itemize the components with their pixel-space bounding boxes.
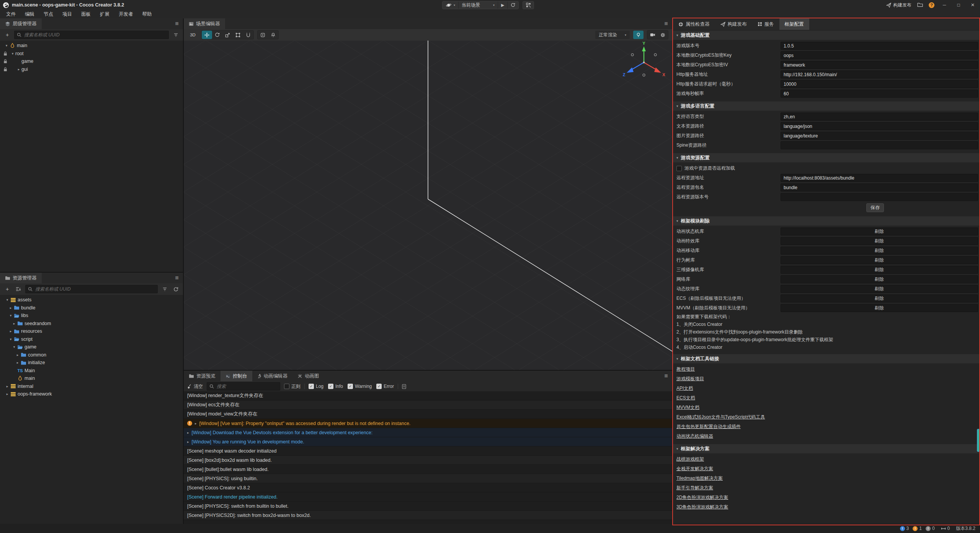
scene-camera-button[interactable]: [647, 31, 658, 39]
doc-link[interactable]: 原生包热更新配置自动生成插件: [676, 423, 741, 430]
assets-search-input[interactable]: [34, 286, 155, 292]
inspector-tab-2[interactable]: 构建发布: [715, 18, 752, 30]
hierarchy-node-row[interactable]: ▸gui: [0, 65, 183, 74]
hierarchy-node-row[interactable]: ▾root: [0, 50, 183, 58]
message-counter-2[interactable]: !1: [913, 526, 922, 531]
assets-filter-icon[interactable]: [160, 285, 169, 293]
field-input[interactable]: [781, 132, 978, 140]
move-tool-button[interactable]: [202, 31, 212, 39]
log-row[interactable]: [Scene] [bullet]:bullet wasm lib loaded.: [184, 465, 672, 474]
asset-node-row[interactable]: ▸internal: [0, 383, 183, 391]
expand-closed-icon[interactable]: ▸: [5, 392, 10, 396]
field-input[interactable]: [781, 70, 978, 78]
asset-node-row[interactable]: ▸common: [0, 351, 183, 359]
menu-item-7[interactable]: 开发者: [114, 10, 138, 18]
section-header[interactable]: ▾框架模块剔除: [673, 216, 980, 226]
log-row[interactable]: ▸[Window] Download the Vue Devtools exte…: [184, 428, 672, 437]
menu-item-5[interactable]: 面板: [77, 10, 95, 18]
filter-checkbox-log[interactable]: ✓Log: [309, 384, 323, 389]
expand-open-icon[interactable]: ▾: [5, 298, 10, 302]
asset-node-row[interactable]: ▾libs: [0, 312, 183, 320]
log-row[interactable]: [Window] ecs文件夹存在: [184, 401, 672, 410]
checkbox-checked-icon[interactable]: ✓: [376, 384, 382, 389]
doc-link[interactable]: 3D角色扮演游戏解决方案: [676, 504, 728, 510]
preview-device-button[interactable]: ▾: [443, 2, 459, 9]
pivot-toggle-button[interactable]: [258, 31, 268, 39]
doc-link[interactable]: API文档: [676, 385, 693, 392]
doc-link[interactable]: ECS文档: [676, 395, 695, 401]
filter-checkbox-warning[interactable]: ✓Warning: [348, 384, 372, 389]
save-button[interactable]: 保存: [866, 203, 884, 212]
scale-tool-button[interactable]: [222, 31, 233, 39]
field-input[interactable]: [781, 90, 978, 98]
console-menu-icon[interactable]: ≡: [660, 371, 672, 381]
field-input[interactable]: [781, 51, 978, 59]
maximize-button[interactable]: □: [954, 2, 963, 8]
doc-link[interactable]: Tiledmap地图解决方案: [676, 475, 723, 482]
field-input[interactable]: [781, 113, 978, 121]
section-header[interactable]: ▾游戏基础配置: [673, 31, 980, 40]
log-row[interactable]: [Scene] meshopt wasm decoder initialized: [184, 446, 672, 456]
hierarchy-search[interactable]: [14, 31, 169, 39]
inspector-tab-3[interactable]: 服务: [752, 18, 779, 30]
field-input[interactable]: [781, 174, 978, 182]
gizmo-tool-button[interactable]: [243, 31, 253, 39]
checkbox-checked-icon[interactable]: ✓: [348, 384, 353, 389]
hierarchy-node-row[interactable]: ▾main: [0, 42, 183, 50]
regex-checkbox-box[interactable]: [284, 384, 289, 389]
log-row[interactable]: [Window] render_texture文件夹存在: [184, 391, 672, 401]
console-search-input[interactable]: [216, 383, 278, 389]
field-input[interactable]: [781, 193, 978, 201]
log-row[interactable]: [Scene] Forward render pipeline initiali…: [184, 492, 672, 502]
doc-link[interactable]: 教程项目: [676, 366, 695, 373]
menu-item-6[interactable]: 扩展: [95, 10, 114, 18]
expand-open-icon[interactable]: ▾: [8, 314, 13, 317]
rect-tool-button[interactable]: [233, 31, 243, 39]
module-remove-button[interactable]: 剔除: [781, 227, 978, 235]
expand-closed-icon[interactable]: ▸: [8, 329, 13, 333]
menu-item-4[interactable]: 项目: [58, 10, 77, 18]
expand-closed-icon[interactable]: ▸: [8, 306, 13, 310]
log-row[interactable]: [Scene] [PHYSICS]: switch from builtin t…: [184, 502, 672, 511]
asset-node-row[interactable]: ▾assets: [0, 296, 183, 304]
assets-sort-icon[interactable]: [14, 285, 23, 293]
scene-canvas[interactable]: YXZ: [184, 41, 672, 370]
expand-open-icon[interactable]: ▾: [11, 345, 17, 349]
filter-checkbox-error[interactable]: ✓Error: [376, 384, 394, 389]
inspector-tab-1[interactable]: 属性检查器: [673, 18, 715, 30]
doc-link[interactable]: 2D角色扮演游戏解决方案: [676, 494, 728, 501]
filter-checkbox-info[interactable]: ✓Info: [328, 384, 343, 389]
orientation-gizmo[interactable]: YXZ: [623, 41, 666, 77]
minimize-button[interactable]: ─: [940, 2, 949, 8]
module-remove-button[interactable]: 剔除: [781, 304, 978, 312]
log-row[interactable]: !▸[Window] [Vue warn]: Property "onInput…: [184, 419, 672, 428]
doc-link[interactable]: 动画状态机编辑器: [676, 433, 713, 440]
regex-checkbox[interactable]: 正则: [284, 383, 301, 390]
expand-open-icon[interactable]: ▾: [4, 44, 9, 47]
doc-link[interactable]: 新手引导解决方案: [676, 485, 713, 491]
field-input[interactable]: [781, 183, 978, 191]
hierarchy-filter-icon[interactable]: [172, 31, 180, 39]
checkbox-checked-icon[interactable]: ✓: [309, 384, 314, 389]
render-mode-select[interactable]: 正常渲染 ▾: [595, 31, 630, 39]
console-search[interactable]: [207, 382, 280, 391]
preview-qr-button[interactable]: [523, 1, 534, 9]
hierarchy-search-input[interactable]: [23, 32, 166, 38]
asset-node-row[interactable]: ▸bundle: [0, 304, 183, 312]
assets-refresh-icon[interactable]: [172, 285, 180, 293]
tab-scene-editor[interactable]: 场景编辑器: [184, 18, 225, 29]
asset-node-row[interactable]: ▸resources: [0, 327, 183, 335]
asset-node-row[interactable]: ▸oops-framework: [0, 390, 183, 398]
build-publish-button[interactable]: 构建发布: [886, 2, 911, 8]
create-node-button[interactable]: +: [3, 31, 11, 39]
open-project-folder-icon[interactable]: [917, 3, 923, 7]
field-input[interactable]: [781, 80, 978, 88]
menu-item-2[interactable]: 编辑: [20, 10, 39, 18]
console-tab-4[interactable]: 动画图: [292, 371, 324, 381]
asset-node-row[interactable]: ▸initialize: [0, 359, 183, 367]
config-checkbox-row[interactable]: 游戏中资源是否远程加载: [673, 163, 980, 173]
message-counter-3[interactable]: !0: [926, 526, 935, 531]
scene-settings-button[interactable]: [658, 31, 668, 39]
menu-item-3[interactable]: 节点: [39, 10, 58, 18]
section-header[interactable]: ▾游戏资源配置: [673, 153, 980, 162]
